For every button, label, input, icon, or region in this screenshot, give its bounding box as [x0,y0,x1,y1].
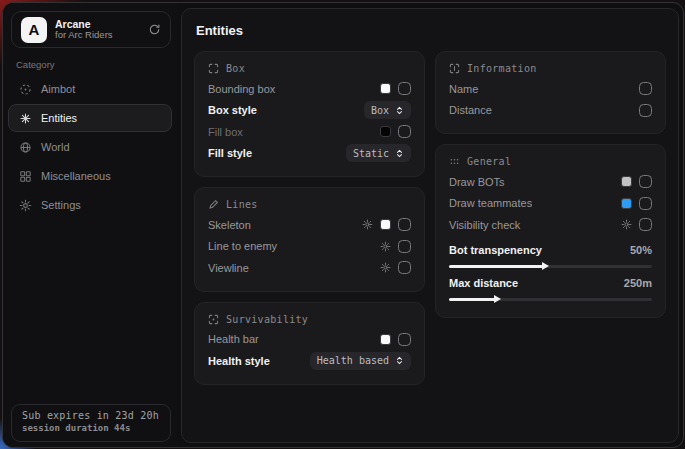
panel-box: Box Bounding box Box style Box [194,51,425,177]
box-style-dropdown[interactable]: Box [364,101,411,119]
box-style-value: Box [371,105,389,116]
sidebar-item-label: Entities [41,112,77,124]
slider-thumb[interactable] [542,262,549,270]
health-bar-color-swatch[interactable] [380,334,391,345]
chevrons-up-down-icon [395,106,404,115]
bot-transparency-value: 50% [630,244,652,256]
fill-style-dropdown[interactable]: Static [346,144,411,162]
visibility-check-label: Visibility check [449,219,520,231]
row-fill-style: Fill style Static [208,143,411,165]
draw-bots-checkbox[interactable] [639,175,652,188]
health-style-value: Health based [317,355,389,366]
bot-transparency-label: Bot transpenency [449,244,542,256]
sidebar-item-miscellaneous[interactable]: Miscellaneous [8,162,172,190]
panel-general-title: General [467,156,511,167]
subscription-card: Sub expires in 23d 20h session duration … [11,404,171,442]
visibility-check-settings-gear-icon[interactable] [621,219,632,230]
chevrons-up-down-icon [395,149,404,158]
health-bar-label: Health bar [208,333,259,345]
pencil-icon [208,199,219,210]
panel-survivability: Survivability Health bar Health style He… [194,302,425,385]
app-subtitle: for Arc Riders [55,30,140,41]
viewline-label: Viewline [208,262,249,274]
max-distance-slider[interactable] [449,298,652,301]
row-fill-box: Fill box [208,121,411,143]
bot-transparency-slider[interactable] [449,265,652,268]
skeleton-label: Skeleton [208,219,251,231]
entities-icon [18,112,32,125]
fill-box-checkbox[interactable] [398,125,411,138]
panel-information: Information Name Distance [435,51,666,134]
sidebar-item-entities[interactable]: Entities [8,104,172,132]
bot-transparency-slider-row: Bot transpenency 50% [449,239,652,268]
fill-style-label: Fill style [208,147,252,159]
sidebar-item-aimbot[interactable]: Aimbot [8,75,172,103]
viewline-settings-gear-icon[interactable] [380,262,391,273]
row-line-to-enemy: Line to enemy [208,236,411,258]
row-distance: Distance [449,100,652,122]
visibility-check-checkbox[interactable] [639,218,652,231]
chevrons-up-down-icon [395,356,404,365]
row-health-style: Health style Health based [208,350,411,372]
distance-checkbox[interactable] [639,104,652,117]
bounding-box-checkbox[interactable] [398,82,411,95]
sidebar-item-label: Aimbot [41,83,75,95]
sync-icon[interactable] [148,23,161,36]
row-draw-bots: Draw BOTs [449,171,652,193]
sidebar-item-label: Miscellaneous [41,170,111,182]
information-icon [449,63,460,74]
row-health-bar: Health bar [208,329,411,351]
health-style-dropdown[interactable]: Health based [310,352,411,370]
row-visibility-check: Visibility check [449,214,652,236]
logo-avatar: A [21,17,47,43]
fill-style-value: Static [353,148,389,159]
bounding-box-label: Bounding box [208,83,275,95]
survivability-scan-icon [208,314,219,325]
sidebar: A Arcane for Arc Riders Category Aimbot [3,3,177,447]
name-checkbox[interactable] [639,82,652,95]
fill-box-color-swatch[interactable] [380,126,391,137]
skeleton-checkbox[interactable] [398,218,411,231]
draw-teammates-checkbox[interactable] [639,197,652,210]
logo-card: A Arcane for Arc Riders [11,11,171,48]
viewline-checkbox[interactable] [398,261,411,274]
line-to-enemy-label: Line to enemy [208,240,277,252]
line-to-enemy-checkbox[interactable] [398,240,411,253]
fill-box-label: Fill box [208,126,243,138]
sidebar-item-settings[interactable]: Settings [8,191,172,219]
row-bounding-box: Bounding box [208,78,411,100]
box-style-label: Box style [208,104,257,116]
name-label: Name [449,83,478,95]
sub-expires-text: Sub expires in 23d 20h [22,410,160,421]
box-corners-icon [208,63,219,74]
health-bar-checkbox[interactable] [398,333,411,346]
row-name: Name [449,78,652,100]
panel-survivability-title: Survivability [226,314,308,325]
draw-bots-color-swatch[interactable] [621,176,632,187]
session-duration-text: session duration 44s [22,423,160,433]
sidebar-item-world[interactable]: World [8,133,172,161]
skeleton-settings-gear-icon[interactable] [362,219,373,230]
sidebar-item-label: Settings [41,199,81,211]
general-dots-icon [449,156,460,167]
crosshair-icon [18,83,32,96]
bounding-box-color-swatch[interactable] [380,83,391,94]
app-window: A Arcane for Arc Riders Category Aimbot [2,2,684,448]
skeleton-color-swatch[interactable] [380,219,391,230]
globe-icon [18,141,32,154]
grid-icon [18,170,32,183]
main-content: Entities Box Bounding box [181,8,679,443]
draw-bots-label: Draw BOTs [449,176,505,188]
category-label: Category [16,59,55,70]
row-viewline: Viewline [208,257,411,279]
slider-thumb[interactable] [494,295,501,303]
line-to-enemy-settings-gear-icon[interactable] [380,241,391,252]
row-draw-teammates: Draw teammates [449,193,652,215]
draw-teammates-color-swatch[interactable] [621,198,632,209]
max-distance-value: 250m [624,277,652,289]
page-title: Entities [196,23,666,38]
panel-general: General Draw BOTs Draw teammates [435,144,666,318]
gear-icon [18,199,32,212]
distance-label: Distance [449,104,492,116]
max-distance-slider-row: Max distance 250m [449,272,652,301]
